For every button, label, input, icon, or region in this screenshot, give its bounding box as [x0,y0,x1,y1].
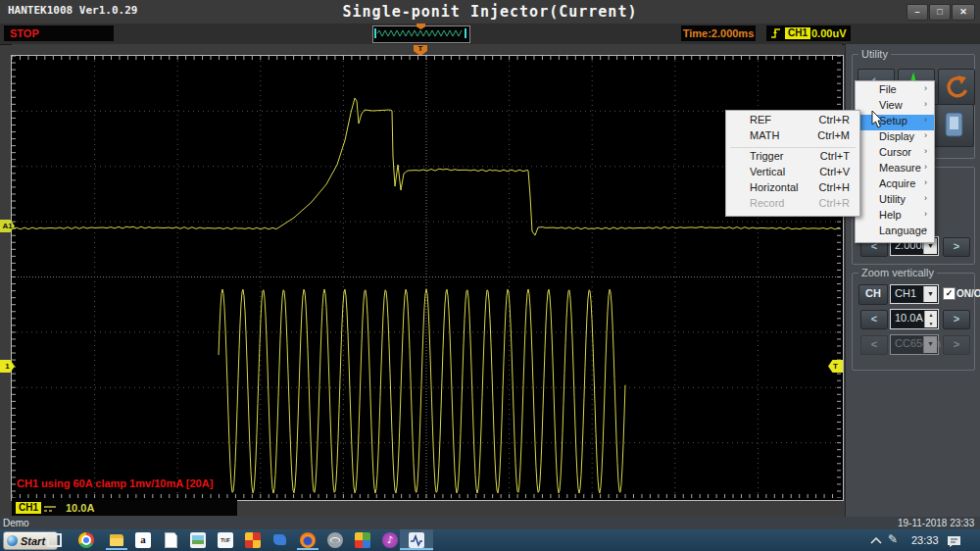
onoff-checkbox[interactable]: ✓ [943,287,956,300]
scale-left-button[interactable]: < [860,310,888,329]
menu-item-acquire[interactable]: Acquire› [856,177,934,193]
submenu-item-vertical[interactable]: VerticalCtrl+V [726,166,859,181]
scale-spinner[interactable]: 10.0A ▲▼ [890,309,939,329]
taskbar: Start a TUF ♪ [0,529,980,551]
submenu-item-math[interactable]: MATHCtrl+M [726,129,859,145]
active-app-indicator [400,548,433,550]
stop-indicator[interactable]: STOP [4,25,114,41]
channel-scale: 10.0A [66,502,94,514]
menu-item-view[interactable]: View› [856,99,934,115]
menu-item-cursor[interactable]: Cursor› [856,146,934,162]
undo-arrow-icon [939,70,974,105]
task-view-icon[interactable] [46,532,62,548]
title-bar: HANTEK1008 Ver1.0.29 Single-ponit Inject… [0,0,980,25]
music-icon[interactable]: ♪ [382,532,398,548]
mail-icon[interactable] [272,532,288,548]
tuf-icon[interactable]: TUF [218,532,233,548]
menu-item-file[interactable]: File› [856,83,934,99]
probe-left-button: < [860,335,888,355]
firefox-icon[interactable] [300,532,316,548]
menu-item-measure[interactable]: Measure› [856,162,934,177]
probe-select: CC65(1m ▼ [890,334,939,355]
mouse-cursor [870,110,884,129]
timebase-label: Time:2.000ms [681,25,756,41]
taskbar-clock[interactable]: 23:33 [911,534,939,546]
scope-display[interactable]: CH1 using 60A clamp 1mv/10mA [20A] [11,55,844,501]
channel-status-strip: CH1 10.0A [12,500,237,516]
minimize-button[interactable]: – [906,4,928,21]
hantek-app-icon [409,532,424,548]
file-explorer-icon[interactable] [109,532,124,548]
timebase-right-button[interactable]: > [943,237,970,257]
start-orb-icon [7,535,18,546]
channel-select[interactable]: CH1 ▼ [890,284,939,304]
amazon-icon[interactable]: a [135,532,151,548]
close-button[interactable]: ✕ [952,4,975,21]
reset-button[interactable] [938,69,975,106]
menu-item-display[interactable]: Display› [856,130,934,146]
ch-button[interactable]: CH [858,284,888,305]
display-button[interactable] [933,104,974,147]
spinner-arrows-icon[interactable]: ▲▼ [924,311,937,327]
submenu-item-ref[interactable]: REFCtrl+R [726,114,859,129]
chrome-icon[interactable] [78,532,94,548]
demo-mode-label: Demo [3,518,29,528]
clamp-annotation: CH1 using 60A clamp 1mv/10mA [20A] [17,477,213,489]
display-icon [934,105,973,146]
main-context-menu: File› View› Setup› Display› Cursor› Meas… [855,80,935,243]
menu-item-help[interactable]: Help› [856,209,934,225]
menu-item-language[interactable]: Language› [856,225,934,240]
image-viewer-icon[interactable] [190,532,206,548]
tray-chevron-icon[interactable] [870,536,882,544]
stop-label: STOP [4,25,114,41]
onoff-label: ON/OFF [956,288,980,299]
start-label: Start [21,535,45,547]
notepad-icon[interactable] [163,532,178,548]
submenu-item-trigger[interactable]: TriggerCtrl+T [726,150,859,166]
timebase-indicator: Time:2.000ms [681,25,756,41]
dc-coupling-icon [43,505,57,513]
pen-tray-icon[interactable]: ✎ [888,532,898,546]
trigger-edge-icon [770,27,782,39]
trigger-value: 0.00uV [811,27,846,39]
maximize-button[interactable]: □ [929,4,951,21]
zoom-vertical-label: Zoom vertically [858,267,937,278]
trigger-channel-badge: CH1 [785,27,810,39]
open-app-indicator [297,548,318,550]
scale-right-button[interactable]: > [943,310,970,329]
submenu-item-horizontal[interactable]: HorizontalCtrl+H [726,181,859,197]
zoom-vertical-group: Zoom vertically CH CH1 ▼ ✓ ON/OFF < 10.0… [852,273,975,371]
channel-badge[interactable]: CH1 [16,502,41,514]
hantek-oscilloscope-window: HANTEK1008 Ver1.0.29 Single-ponit Inject… [0,0,980,551]
menu-item-setup[interactable]: Setup› [856,115,934,130]
probe-right-button: > [943,335,970,355]
menu-item-utility[interactable]: Utility› [856,193,934,209]
toolbar: STOP Time:2.000ms CH1 0.00uV [0,24,980,45]
channel-select-value: CH1 [895,287,916,299]
notification-center-icon[interactable] [947,534,961,547]
messenger-icon[interactable] [327,532,343,548]
dropdown-arrow-icon[interactable]: ▼ [923,286,937,302]
document-title: Single-ponit Injector(Current) [0,3,980,21]
status-bar: Demo 19-11-2018 23:33 [0,517,980,529]
menu-separator [730,147,856,148]
open-app-indicator [106,548,127,550]
dropdown-arrow-icon: ▼ [923,336,937,353]
scale-value: 10.0A [895,312,923,324]
tiles-icon[interactable] [245,532,261,548]
trigger-indicator: CH1 0.00uV [766,25,851,41]
utility-group-label: Utility [858,48,891,60]
waveform-plot [12,56,841,498]
photos-icon[interactable] [355,532,370,548]
setup-submenu: REFCtrl+R MATHCtrl+M TriggerCtrl+T Verti… [725,110,860,217]
status-datetime: 19-11-2018 23:33 [898,518,974,528]
submenu-item-record: RecordCtrl+R [726,197,859,213]
